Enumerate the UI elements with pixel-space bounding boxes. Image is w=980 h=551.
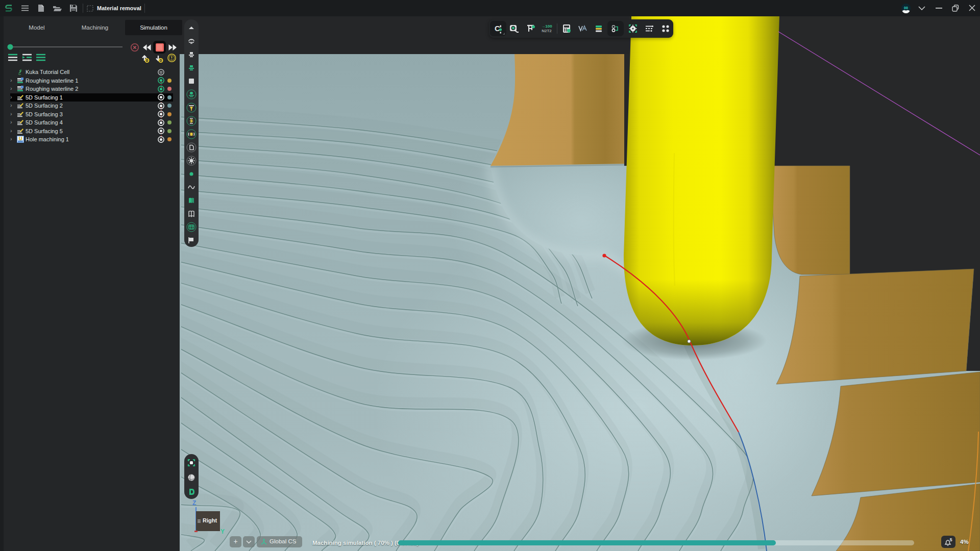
svg-text:C: C — [495, 24, 500, 33]
svg-text:00: 00 — [904, 6, 908, 10]
